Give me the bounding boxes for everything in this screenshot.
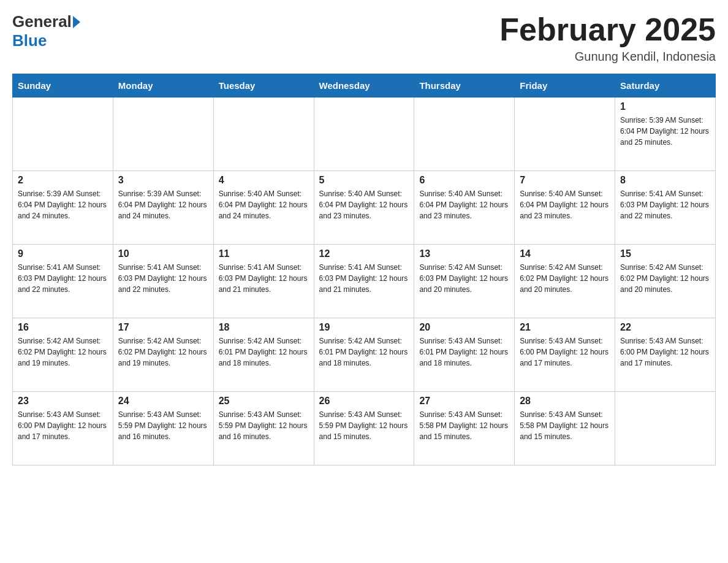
calendar-cell [314,98,414,171]
day-number: 23 [18,396,108,407]
day-number: 24 [118,396,208,407]
logo-blue-text: Blue [12,31,47,50]
calendar-cell: 26Sunrise: 5:43 AM Sunset: 5:59 PM Dayli… [314,392,414,465]
title-block: February 2025 Gunung Kendil, Indonesia [499,12,716,64]
weekday-header-saturday: Saturday [615,74,716,98]
calendar-cell: 5Sunrise: 5:40 AM Sunset: 6:04 PM Daylig… [314,171,414,245]
day-info: Sunrise: 5:39 AM Sunset: 6:04 PM Dayligh… [18,188,108,221]
calendar-cell: 16Sunrise: 5:42 AM Sunset: 6:02 PM Dayli… [13,318,113,392]
day-info: Sunrise: 5:43 AM Sunset: 6:00 PM Dayligh… [520,335,610,369]
calendar-cell: 17Sunrise: 5:42 AM Sunset: 6:02 PM Dayli… [113,318,213,392]
day-number: 18 [219,322,309,333]
day-info: Sunrise: 5:39 AM Sunset: 6:04 PM Dayligh… [620,115,710,148]
calendar-cell [213,98,314,171]
logo: General Blue [12,12,82,50]
calendar-cell: 18Sunrise: 5:42 AM Sunset: 6:01 PM Dayli… [213,318,314,392]
calendar-cell: 11Sunrise: 5:41 AM Sunset: 6:03 PM Dayli… [213,245,314,318]
calendar-cell: 27Sunrise: 5:43 AM Sunset: 5:58 PM Dayli… [414,392,515,465]
day-info: Sunrise: 5:42 AM Sunset: 6:02 PM Dayligh… [620,262,710,295]
day-number: 5 [319,175,409,186]
day-info: Sunrise: 5:40 AM Sunset: 6:04 PM Dayligh… [319,188,409,221]
day-info: Sunrise: 5:42 AM Sunset: 6:01 PM Dayligh… [219,335,309,369]
day-info: Sunrise: 5:42 AM Sunset: 6:02 PM Dayligh… [118,335,208,369]
day-number: 13 [419,248,509,259]
day-number: 6 [419,175,509,186]
calendar-cell: 10Sunrise: 5:41 AM Sunset: 6:03 PM Dayli… [113,245,213,318]
day-number: 26 [319,396,409,407]
day-number: 10 [118,248,208,259]
day-info: Sunrise: 5:39 AM Sunset: 6:04 PM Dayligh… [118,188,208,221]
calendar-cell: 14Sunrise: 5:42 AM Sunset: 6:02 PM Dayli… [515,245,615,318]
day-info: Sunrise: 5:41 AM Sunset: 6:03 PM Dayligh… [219,262,309,295]
weekday-header-sunday: Sunday [13,74,113,98]
day-info: Sunrise: 5:43 AM Sunset: 5:59 PM Dayligh… [319,409,409,442]
day-number: 1 [620,101,710,112]
day-info: Sunrise: 5:40 AM Sunset: 6:04 PM Dayligh… [419,188,509,221]
day-number: 15 [620,248,710,259]
month-title: February 2025 [499,12,716,47]
day-number: 16 [18,322,108,333]
calendar-cell: 21Sunrise: 5:43 AM Sunset: 6:00 PM Dayli… [515,318,615,392]
day-number: 9 [18,248,108,259]
day-number: 8 [620,175,710,186]
day-info: Sunrise: 5:41 AM Sunset: 6:03 PM Dayligh… [319,262,409,295]
day-number: 25 [219,396,309,407]
day-info: Sunrise: 5:40 AM Sunset: 6:04 PM Dayligh… [219,188,309,221]
calendar-cell: 9Sunrise: 5:41 AM Sunset: 6:03 PM Daylig… [13,245,113,318]
day-info: Sunrise: 5:43 AM Sunset: 5:58 PM Dayligh… [520,409,610,442]
calendar-cell: 25Sunrise: 5:43 AM Sunset: 5:59 PM Dayli… [213,392,314,465]
day-number: 27 [419,396,509,407]
calendar-cell: 7Sunrise: 5:40 AM Sunset: 6:04 PM Daylig… [515,171,615,245]
calendar-table: SundayMondayTuesdayWednesdayThursdayFrid… [12,74,716,465]
day-number: 4 [219,175,309,186]
day-info: Sunrise: 5:42 AM Sunset: 6:02 PM Dayligh… [18,335,108,369]
calendar-cell: 1Sunrise: 5:39 AM Sunset: 6:04 PM Daylig… [615,98,716,171]
day-info: Sunrise: 5:43 AM Sunset: 5:58 PM Dayligh… [419,409,509,442]
day-info: Sunrise: 5:43 AM Sunset: 5:59 PM Dayligh… [219,409,309,442]
weekday-header-wednesday: Wednesday [314,74,414,98]
day-number: 14 [520,248,610,259]
day-number: 19 [319,322,409,333]
calendar-cell: 24Sunrise: 5:43 AM Sunset: 5:59 PM Dayli… [113,392,213,465]
calendar-cell: 2Sunrise: 5:39 AM Sunset: 6:04 PM Daylig… [13,171,113,245]
day-info: Sunrise: 5:43 AM Sunset: 5:59 PM Dayligh… [118,409,208,442]
weekday-header-monday: Monday [113,74,213,98]
day-number: 21 [520,322,610,333]
day-info: Sunrise: 5:40 AM Sunset: 6:04 PM Dayligh… [520,188,610,221]
day-info: Sunrise: 5:41 AM Sunset: 6:03 PM Dayligh… [118,262,208,295]
location-label: Gunung Kendil, Indonesia [499,50,716,64]
calendar-cell: 20Sunrise: 5:43 AM Sunset: 6:01 PM Dayli… [414,318,515,392]
day-number: 28 [520,396,610,407]
day-number: 12 [319,248,409,259]
calendar-cell: 15Sunrise: 5:42 AM Sunset: 6:02 PM Dayli… [615,245,716,318]
calendar-cell: 28Sunrise: 5:43 AM Sunset: 5:58 PM Dayli… [515,392,615,465]
calendar-cell [515,98,615,171]
day-number: 3 [118,175,208,186]
weekday-header-thursday: Thursday [414,74,515,98]
calendar-cell: 19Sunrise: 5:42 AM Sunset: 6:01 PM Dayli… [314,318,414,392]
day-number: 11 [219,248,309,259]
day-info: Sunrise: 5:43 AM Sunset: 6:00 PM Dayligh… [620,335,710,369]
day-number: 7 [520,175,610,186]
weekday-header-friday: Friday [515,74,615,98]
day-number: 2 [18,175,108,186]
day-info: Sunrise: 5:43 AM Sunset: 6:01 PM Dayligh… [419,335,509,369]
day-number: 20 [419,322,509,333]
calendar-header: SundayMondayTuesdayWednesdayThursdayFrid… [13,74,716,98]
calendar-cell [414,98,515,171]
calendar-cell: 13Sunrise: 5:42 AM Sunset: 6:03 PM Dayli… [414,245,515,318]
calendar-cell: 12Sunrise: 5:41 AM Sunset: 6:03 PM Dayli… [314,245,414,318]
day-info: Sunrise: 5:42 AM Sunset: 6:01 PM Dayligh… [319,335,409,369]
day-info: Sunrise: 5:43 AM Sunset: 6:00 PM Dayligh… [18,409,108,442]
day-info: Sunrise: 5:41 AM Sunset: 6:03 PM Dayligh… [620,188,710,221]
calendar-cell: 23Sunrise: 5:43 AM Sunset: 6:00 PM Dayli… [13,392,113,465]
logo-general-text: General [12,12,72,31]
weekday-header-tuesday: Tuesday [213,74,314,98]
day-info: Sunrise: 5:41 AM Sunset: 6:03 PM Dayligh… [18,262,108,295]
calendar-cell: 8Sunrise: 5:41 AM Sunset: 6:03 PM Daylig… [615,171,716,245]
day-info: Sunrise: 5:42 AM Sunset: 6:02 PM Dayligh… [520,262,610,295]
calendar-cell: 6Sunrise: 5:40 AM Sunset: 6:04 PM Daylig… [414,171,515,245]
page-header: General Blue February 2025 Gunung Kendil… [12,12,716,64]
logo-arrow-icon [73,16,80,28]
calendar-cell [113,98,213,171]
